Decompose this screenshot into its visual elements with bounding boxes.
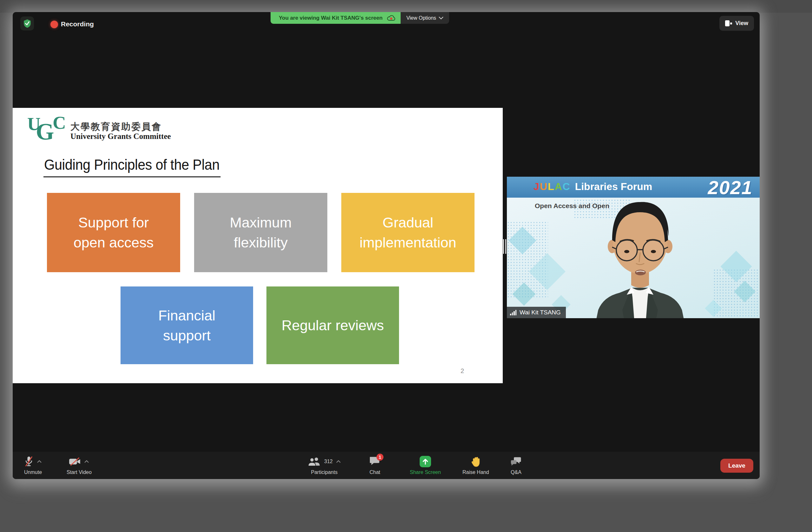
participants-icon: [308, 457, 321, 466]
desktop-background-band: [0, 0, 812, 13]
view-options-button[interactable]: View Options: [401, 12, 449, 24]
slide-box-gradual-implementation: Gradual implementation: [341, 193, 475, 272]
julac-letter: A: [554, 181, 562, 192]
slide-box-financial-support: Financial support: [120, 286, 253, 364]
microphone-muted-icon: [24, 456, 34, 467]
raise-hand-button[interactable]: Raise Hand: [462, 454, 489, 475]
shared-screen-slide: U G C 大學教育資助委員會 University Grants Commit…: [13, 108, 503, 383]
shield-icon: [23, 19, 31, 28]
slide-title: Guiding Principles of the Plan: [43, 156, 221, 177]
qa-button[interactable]: Q&A: [511, 454, 521, 475]
start-video-button[interactable]: Start Video: [67, 454, 92, 475]
chat-button[interactable]: 1 Chat: [369, 454, 380, 475]
view-button-label: View: [735, 20, 748, 27]
participant-video-figure: [545, 192, 735, 318]
participant-name: Wai Kit TSANG: [520, 309, 561, 316]
view-options-label: View Options: [406, 15, 436, 21]
slide-box-regular-reviews: Regular reviews: [266, 286, 399, 364]
qa-icon: [511, 457, 521, 466]
share-screen-button[interactable]: Share Screen: [410, 454, 441, 475]
julac-letter: C: [563, 181, 571, 192]
qa-label: Q&A: [511, 470, 521, 475]
share-screen-label: Share Screen: [410, 470, 441, 475]
slide-page-number: 2: [461, 368, 464, 375]
audio-signal-icon: [510, 310, 517, 315]
slide-box-support-open-access: Support for open access: [47, 193, 180, 272]
recording-cloud-icon: [387, 15, 395, 21]
screen-share-banner-message: You are viewing Wai Kit TSANG's screen: [271, 12, 401, 24]
julac-title-rest: Libraries Forum: [575, 181, 652, 192]
julac-forum-title: JULACLibraries Forum: [534, 181, 652, 192]
participants-options-caret[interactable]: [336, 460, 341, 463]
chat-unread-badge: 1: [377, 454, 383, 461]
zoom-meeting-window: Recording You are viewing Wai Kit TSANG'…: [13, 12, 760, 479]
unmute-label: Unmute: [24, 470, 42, 475]
ugc-name-chinese: 大學教育資助委員會: [70, 120, 162, 133]
camera-off-icon: [69, 457, 81, 466]
ugc-logo: U G C: [27, 113, 72, 146]
security-shield-button[interactable]: [20, 16, 34, 30]
ugc-logo-letter: C: [53, 114, 66, 132]
recording-label: Recording: [61, 20, 94, 28]
panel-resize-handle[interactable]: [503, 239, 507, 254]
ugc-name-english: University Grants Committee: [70, 132, 171, 141]
participants-count: 312: [324, 459, 333, 464]
julac-letter: U: [540, 181, 548, 192]
chat-label: Chat: [369, 470, 380, 475]
banner-text: You are viewing Wai Kit TSANG's screen: [279, 15, 382, 21]
julac-letter: L: [548, 181, 555, 192]
participant-name-tag: Wai Kit TSANG: [507, 307, 566, 318]
raise-hand-icon: [471, 456, 481, 467]
share-screen-icon: [420, 456, 431, 467]
participants-label: Participants: [311, 470, 338, 475]
slide-box-maximum-flexibility: Maximum flexibility: [194, 193, 327, 272]
participant-video-thumbnail[interactable]: JULACLibraries Forum 2021 Open Access an…: [507, 177, 760, 318]
recording-dot-icon: [50, 20, 58, 28]
chevron-down-icon: [439, 16, 444, 19]
ugc-logo-letter: G: [36, 120, 54, 143]
view-button[interactable]: View: [720, 16, 754, 31]
raise-hand-label: Raise Hand: [462, 470, 489, 475]
leave-button[interactable]: Leave: [720, 459, 753, 473]
start-video-label: Start Video: [67, 470, 92, 475]
unmute-button[interactable]: Unmute: [24, 454, 42, 475]
participants-button[interactable]: 312 Participants: [308, 454, 341, 475]
view-layout-icon: [725, 20, 732, 27]
video-options-caret[interactable]: [84, 460, 89, 463]
julac-letter: J: [534, 181, 540, 192]
screen-share-banner: You are viewing Wai Kit TSANG's screen V…: [271, 12, 449, 24]
meeting-toolbar: Unmute Start Video: [13, 452, 760, 479]
unmute-options-caret[interactable]: [37, 460, 42, 463]
